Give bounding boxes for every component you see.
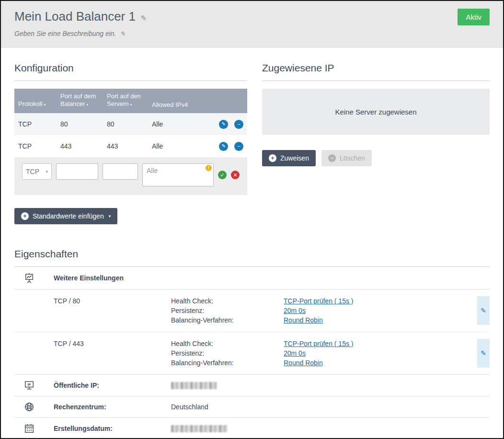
- allowed-ipv4-field: !: [142, 163, 214, 188]
- minus-icon: −: [237, 122, 240, 127]
- column-header-port-server[interactable]: Port auf den Servern▾: [103, 89, 148, 113]
- ip-address-icon: IP: [14, 380, 54, 391]
- datacenter-label: Rechenzentrum:: [54, 403, 171, 411]
- globe-icon: [14, 402, 54, 412]
- column-label: Port auf den Servern: [107, 92, 141, 107]
- minus-icon: −: [237, 144, 240, 149]
- column-label: Port auf dem Balancer: [60, 92, 96, 107]
- edit-rule-detail-button[interactable]: ✎: [477, 339, 490, 368]
- port-server-input[interactable]: [103, 163, 138, 180]
- creation-date-label: Erstellungsdatum:: [54, 425, 171, 432]
- confirm-rule-button[interactable]: ✓: [218, 171, 227, 179]
- cell-protokoll: TCP: [14, 113, 57, 135]
- health-check-link[interactable]: TCP-Port prüfen ( 15s ): [284, 339, 354, 348]
- assigned-ip-heading: Zugewiesene IP: [262, 59, 490, 81]
- column-label: Allowed IPv4: [152, 101, 188, 108]
- cell-allowed: Alle: [148, 113, 205, 135]
- delete-button-label: Löschen: [340, 154, 365, 162]
- assigned-ip-section: Zugewiesene IP Keine Server zugewiesen +…: [262, 59, 490, 224]
- edit-rule-detail-button[interactable]: ✎: [477, 296, 490, 325]
- page-header: Mein Load Balancer 1 ✎ Aktiv Geben Sie e…: [1, 1, 503, 48]
- persistence-label: Persistenz:: [171, 306, 284, 315]
- insert-defaults-button[interactable]: + Standardwerte einfügen ▾: [14, 208, 117, 224]
- configuration-heading: Konfiguration: [14, 59, 247, 81]
- settings-title: Weitere Einstellungen: [54, 274, 124, 282]
- properties-section: Eigenschaften Weitere Einstellungen: [14, 245, 490, 439]
- rule-detail-name: TCP / 80: [54, 296, 171, 325]
- rule-row: TCP 443 443 Alle ✎ −: [14, 135, 247, 157]
- cell-port-server: 443: [103, 135, 148, 157]
- column-header-allowed-ipv4: Allowed IPv4: [148, 89, 205, 113]
- public-ip-value-redacted: [171, 382, 217, 389]
- balancing-link[interactable]: Round Robin: [284, 315, 323, 325]
- properties-heading: Eigenschaften: [14, 245, 490, 267]
- ip-icon-text: IP: [28, 382, 31, 387]
- select-caret-icon: ▾: [46, 169, 48, 174]
- edit-rule-button[interactable]: ✎: [219, 142, 228, 151]
- empty-servers-message: Keine Server zugewiesen: [335, 108, 416, 116]
- title-wrap: Mein Load Balancer 1 ✎: [14, 9, 147, 24]
- config-table: Protokoll▾ Port auf dem Balancer▾ Port a…: [14, 89, 247, 195]
- edit-description-icon[interactable]: ✎: [120, 30, 125, 37]
- column-header-port-balancer[interactable]: Port auf dem Balancer▾: [57, 89, 103, 113]
- edit-rule-button[interactable]: ✎: [219, 120, 228, 129]
- pencil-icon: ✎: [221, 122, 225, 127]
- pencil-icon: ✎: [221, 144, 225, 149]
- allowed-ipv4-input[interactable]: [142, 163, 214, 186]
- page-title: Mein Load Balancer 1: [14, 9, 136, 23]
- cell-allowed: Alle: [148, 135, 205, 157]
- cell-actions: ✎ −: [205, 135, 247, 157]
- persistence-link[interactable]: 20m 0s: [284, 306, 306, 315]
- rule-detail-row: TCP / 443 Health Check: Persistenz: Bala…: [14, 332, 490, 375]
- remove-rule-button[interactable]: −: [234, 142, 243, 151]
- persistence-label: Persistenz:: [171, 348, 284, 358]
- cancel-rule-button[interactable]: ✕: [231, 171, 240, 179]
- empty-servers-box: Keine Server zugewiesen: [262, 89, 490, 135]
- plus-icon: +: [269, 154, 276, 162]
- sort-caret-icon: ▾: [130, 103, 132, 107]
- sort-caret-icon: ▾: [44, 103, 46, 107]
- load-balancer-page: Mein Load Balancer 1 ✎ Aktiv Geben Sie e…: [0, 0, 504, 439]
- balancing-link[interactable]: Round Robin: [284, 358, 323, 368]
- dropdown-caret-icon: ▾: [109, 214, 111, 219]
- health-check-label: Health Check:: [171, 296, 284, 306]
- check-icon: ✓: [220, 173, 224, 178]
- rule-detail-values: TCP-Port prüfen ( 15s ) 20m 0s Round Rob…: [284, 339, 477, 368]
- cell-actions: ✎ −: [205, 113, 247, 135]
- health-check-link[interactable]: TCP-Port prüfen ( 15s ): [284, 296, 354, 306]
- close-icon: ✕: [233, 173, 237, 178]
- protocol-select-value: TCP: [26, 168, 39, 175]
- protocol-select[interactable]: TCP ▾: [22, 163, 52, 180]
- chart-board-icon: [14, 273, 54, 283]
- column-header-protokoll[interactable]: Protokoll▾: [14, 89, 57, 113]
- new-rule-form-row: TCP ▾ ! ✓: [14, 157, 247, 195]
- main-content: Konfiguration Protokoll▾ Port auf dem Ba…: [1, 48, 503, 439]
- description-placeholder: Geben Sie eine Beschreibung ein.: [14, 30, 116, 37]
- column-label: Protokoll: [18, 100, 43, 107]
- assign-button[interactable]: + Zuweisen: [262, 150, 316, 166]
- creation-date-value-redacted: [171, 425, 228, 432]
- creation-date-row: Erstellungsdatum:: [14, 418, 490, 439]
- insert-defaults-label: Standardwerte einfügen: [33, 212, 104, 220]
- rule-detail-values: TCP-Port prüfen ( 15s ) 20m 0s Round Rob…: [284, 296, 477, 325]
- assign-button-label: Zuweisen: [280, 154, 309, 162]
- cell-port-server: 80: [103, 113, 148, 135]
- rule-detail-row: TCP / 80 Health Check: Persistenz: Balan…: [14, 289, 490, 332]
- warning-icon: !: [206, 165, 212, 171]
- port-balancer-input[interactable]: [56, 163, 98, 180]
- minus-icon: −: [328, 154, 336, 162]
- balancing-label: Balancing-Verfahren:: [171, 358, 284, 368]
- config-table-header-row: Protokoll▾ Port auf dem Balancer▾ Port a…: [14, 89, 247, 113]
- column-header-actions: [205, 89, 247, 113]
- balancing-label: Balancing-Verfahren:: [171, 315, 284, 325]
- cell-port-balancer: 80: [57, 113, 103, 135]
- rule-detail-labels: Health Check: Persistenz: Balancing-Verf…: [171, 296, 284, 325]
- remove-rule-button[interactable]: −: [234, 120, 243, 129]
- edit-title-icon[interactable]: ✎: [140, 14, 147, 22]
- persistence-link[interactable]: 20m 0s: [284, 348, 306, 358]
- plus-icon: +: [21, 212, 29, 220]
- status-badge[interactable]: Aktiv: [458, 9, 490, 25]
- cell-port-balancer: 443: [57, 135, 103, 157]
- sort-caret-icon: ▾: [86, 103, 88, 107]
- configuration-section: Konfiguration Protokoll▾ Port auf dem Ba…: [14, 59, 247, 224]
